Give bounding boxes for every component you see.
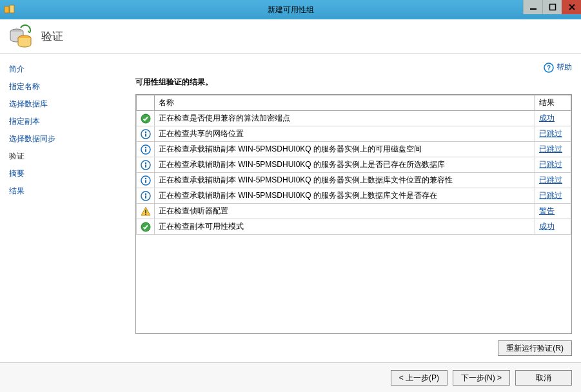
svg-rect-17 [145,164,146,168]
database-icon [8,24,34,50]
svg-rect-20 [145,180,146,183]
table-row: 正在检查是否使用兼容的算法加密端点成功 [137,111,571,126]
row-name: 正在检查承载辅助副本 WIN-5PMSDHUI0KQ 的服务器实例上数据库文件是… [155,188,535,204]
maximize-button[interactable] [542,0,562,14]
app-icon [4,4,15,15]
rerun-button[interactable]: 重新运行验证(R) [498,340,572,356]
cancel-button[interactable]: 取消 [515,370,572,386]
info-icon [137,188,155,204]
help-icon: ? [544,63,554,73]
table-row: 正在检查承载辅助副本 WIN-5PMSDHUI0KQ 的服务器实例上数据库文件位… [137,173,571,188]
titlebar: 新建可用性组 [0,0,581,19]
svg-text:?: ? [547,64,551,72]
row-result: 已跳过 [535,157,571,173]
page-title: 验证 [41,29,63,44]
row-name: 正在检查共享的网络位置 [155,126,535,142]
row-name: 正在检查副本可用性模式 [155,219,535,235]
svg-rect-0 [5,6,9,13]
prev-button[interactable]: < 上一步(P) [391,370,448,386]
svg-point-22 [144,193,146,195]
row-name: 正在检查承载辅助副本 WIN-5PMSDHUI0KQ 的服务器实例上数据库文件位… [155,173,535,188]
row-result: 警告 [535,204,571,219]
sidebar-item-1[interactable]: 指定名称 [0,78,126,95]
col-name: 名称 [155,95,535,111]
svg-rect-11 [145,133,146,137]
svg-rect-1 [10,5,14,13]
info-icon [137,142,155,157]
info-icon [137,126,155,142]
sidebar-item-4[interactable]: 选择数据同步 [0,130,126,148]
row-result: 已跳过 [535,188,571,204]
result-link[interactable]: 已跳过 [539,191,562,200]
svg-rect-25 [145,213,146,215]
svg-rect-24 [145,210,146,213]
success-icon [137,111,155,126]
sidebar-item-5[interactable]: 验证 [0,148,126,165]
result-link[interactable]: 已跳过 [539,160,562,169]
row-result: 已跳过 [535,173,571,188]
window-title: 新建可用性组 [268,5,314,15]
svg-rect-23 [145,195,146,199]
result-link[interactable]: 成功 [539,113,555,122]
close-button[interactable] [562,0,581,14]
success-icon [137,219,155,235]
result-link[interactable]: 成功 [539,222,555,231]
table-row: 正在检查承载辅助副本 WIN-5PMSDHUI0KQ 的服务器实例上数据库文件是… [137,188,571,204]
row-name: 正在检查是否使用兼容的算法加密端点 [155,111,535,126]
svg-point-16 [144,162,146,164]
table-row: 正在检查承载辅助副本 WIN-5PMSDHUI0KQ 的服务器实例上的可用磁盘空… [137,142,571,157]
svg-point-10 [144,131,146,133]
sidebar-item-7[interactable]: 结果 [0,182,126,200]
sidebar-item-2[interactable]: 选择数据库 [0,95,126,113]
footer: < 上一步(P) 下一步(N) > 取消 [0,362,581,392]
help-link[interactable]: ? 帮助 [544,62,572,73]
svg-point-19 [144,177,146,179]
info-icon [137,173,155,188]
svg-point-13 [144,146,146,148]
body: 简介指定名称选择数据库指定副本选择数据同步验证摘要结果 ? 帮助 可用性组验证的… [0,54,581,362]
warning-icon [137,204,155,219]
sidebar-item-3[interactable]: 指定副本 [0,113,126,130]
result-link[interactable]: 已跳过 [539,144,562,153]
sidebar-item-0[interactable]: 简介 [0,61,126,78]
row-name: 正在检查侦听器配置 [155,204,535,219]
row-result: 成功 [535,111,571,126]
sidebar: 简介指定名称选择数据库指定副本选择数据同步验证摘要结果 [0,54,126,362]
info-icon [137,157,155,173]
result-link[interactable]: 已跳过 [539,175,562,184]
table-row: 正在检查侦听器配置警告 [137,204,571,219]
next-button[interactable]: 下一步(N) > [453,370,510,386]
sidebar-item-6[interactable]: 摘要 [0,165,126,182]
row-result: 已跳过 [535,126,571,142]
table-row: 正在检查副本可用性模式成功 [137,219,571,235]
svg-rect-14 [145,149,146,152]
col-icon [137,95,155,111]
svg-rect-3 [549,5,555,10]
help-label: 帮助 [556,62,572,73]
result-link[interactable]: 已跳过 [539,129,562,138]
section-title: 可用性组验证的结果。 [135,77,572,88]
validation-table: 名称 结果 正在检查是否使用兼容的算法加密端点成功正在检查共享的网络位置已跳过正… [135,94,572,334]
result-link[interactable]: 警告 [539,206,555,215]
window-controls [523,0,581,14]
row-name: 正在检查承载辅助副本 WIN-5PMSDHUI0KQ 的服务器实例上是否已存在所… [155,157,535,173]
row-name: 正在检查承载辅助副本 WIN-5PMSDHUI0KQ 的服务器实例上的可用磁盘空… [155,142,535,157]
svg-rect-2 [530,8,537,10]
col-result: 结果 [535,95,571,111]
minimize-button[interactable] [523,0,542,14]
row-result: 成功 [535,219,571,235]
table-row: 正在检查共享的网络位置已跳过 [137,126,571,142]
main: ? 帮助 可用性组验证的结果。 名称 结果 正在检查是否使用兼容的算法加密端点成… [126,54,581,362]
table-row: 正在检查承载辅助副本 WIN-5PMSDHUI0KQ 的服务器实例上是否已存在所… [137,157,571,173]
row-result: 已跳过 [535,142,571,157]
page-header: 验证 [0,19,581,54]
